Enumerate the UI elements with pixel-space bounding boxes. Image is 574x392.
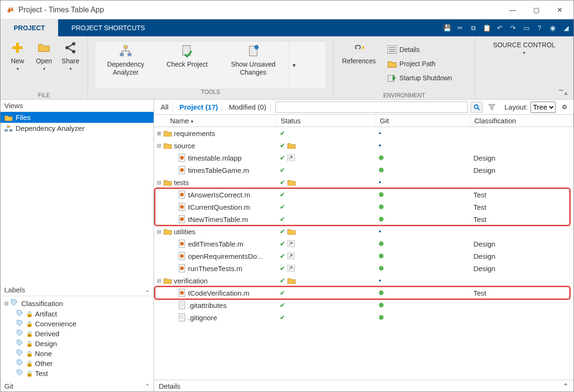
git-header[interactable]: Git⌃ [0,380,154,392]
file-name: tests [174,179,189,187]
file-row[interactable]: .gitignore✔ [154,311,574,324]
collapse-icon[interactable]: ⊟ [3,300,9,307]
svg-point-19 [180,168,184,172]
file-row[interactable]: ⊟source✔ [154,139,574,152]
tools-more-button[interactable]: ▾ [289,42,299,89]
copy-icon[interactable]: ⧉ [468,22,479,34]
check-project-button[interactable]: Check Project [156,42,218,89]
label-test[interactable]: 🔒Test [3,368,151,378]
svg-point-36 [180,291,184,295]
file-row[interactable]: editTimesTable.m✔Design [154,238,574,250]
file-row[interactable]: tAnswerIsCorrect.m✔Test [154,188,574,201]
lock-icon: 🔒 [26,341,33,347]
git-status-icon [379,145,381,146]
label-other[interactable]: 🔒Other [3,358,151,368]
file-row[interactable]: timesTableGame.m✔Design [154,164,574,176]
open-button[interactable]: Open [31,38,57,89]
mfile-icon [178,203,186,211]
layout-select[interactable]: Tree [531,102,556,113]
labels-tree: ⊟ Classification 🔒Artifact🔒Convenience🔒D… [0,296,154,380]
minimize-ribbon-icon[interactable]: ◢ [560,22,572,34]
details-panel[interactable]: Details⌃ [154,380,574,392]
details-icon [387,45,397,54]
file-name: tCodeVerification.m [188,289,249,297]
project-path-button[interactable]: Project Path [387,57,452,70]
help-icon[interactable]: ? [534,22,545,34]
expand-icon[interactable]: ⊟ [156,179,162,186]
expand-icon[interactable]: ⊟ [156,278,162,284]
filter-funnel-icon[interactable] [486,102,498,113]
tab-project-shortcuts[interactable]: PROJECT SHORTCUTS [58,19,158,36]
file-row[interactable]: tNewTimesTable.m✔Test [154,213,574,225]
filter-all[interactable]: All [157,102,173,112]
label-convenience[interactable]: 🔒Convenience [3,319,151,329]
group-env-label: ENVIRONMENT [337,89,471,101]
view-files[interactable]: Files [0,112,154,123]
collapse-ribbon-icon[interactable]: ▔▲ [559,90,569,96]
tab-project[interactable]: PROJECT [0,19,58,36]
filter-modified[interactable]: Modified (0) [225,102,270,112]
folder-icon [163,227,172,236]
col-classification[interactable]: Classification [471,115,574,127]
expand-icon[interactable]: ⊟ [156,229,162,235]
file-row[interactable]: ⊟verification✔ [154,274,574,287]
mfile-icon [178,190,186,199]
mlapp-icon [178,153,186,162]
svg-rect-38 [179,314,185,321]
redo-icon[interactable]: ↷ [507,22,519,34]
gear-icon[interactable]: ⚙ [558,102,571,113]
titlebar: Project - Times Table App — ▢ ✕ [0,0,574,19]
file-name: .gitattributes [188,301,227,309]
label-design[interactable]: 🔒Design [3,339,151,349]
share-button[interactable]: Share [57,38,84,89]
close-button[interactable]: ✕ [548,2,572,17]
file-row[interactable]: ⊟utilities✔ [154,225,574,238]
view-dependency-analyzer[interactable]: Dependency Analyzer [0,123,154,134]
paste-icon[interactable]: 📋 [481,22,492,34]
label-none[interactable]: 🔒None [3,349,151,358]
file-row[interactable]: ⊟tests✔ [154,176,574,188]
label-derived[interactable]: 🔒Derived [3,329,151,339]
labels-header[interactable]: Labels⌄ [0,284,154,296]
filter-project[interactable]: Project (17) [176,102,223,112]
show-unsaved-button[interactable]: Show Unsaved Changes [218,42,289,89]
expand-icon[interactable]: ⊟ [156,143,162,149]
file-row[interactable]: tCurrentQuestion.m✔Test [154,201,574,213]
tag-icon [17,310,24,318]
file-row[interactable]: openRequirementsDo...✔Design [154,250,574,262]
mfile-icon [178,264,186,273]
layout-icon[interactable]: ▭ [521,22,532,34]
chevron-up-icon: ⌃ [563,382,569,391]
gear-dropdown-icon[interactable]: ◉ [547,22,558,34]
file-row[interactable]: .gitattributes✔ [154,299,574,311]
dependency-analyzer-button[interactable]: Dependency Analyzer [95,42,156,89]
file-row[interactable]: runTheseTests.m✔Design [154,262,574,274]
undo-icon[interactable]: ↶ [494,22,505,34]
file-row[interactable]: ⊞requirements✔ [154,127,574,139]
maximize-button[interactable]: ▢ [524,2,548,17]
tag-icon [17,349,24,358]
startup-shutdown-button[interactable]: Startup Shutdown [387,71,452,85]
minimize-button[interactable]: — [501,2,524,17]
file-row[interactable]: timestable.mlapp✔Design [154,152,574,164]
file-name: tAnswerIsCorrect.m [188,191,250,199]
search-input[interactable] [275,102,468,113]
classification-node[interactable]: ⊟ Classification [3,298,151,309]
file-row[interactable]: tCodeVerification.m✔Test [154,287,574,299]
save-icon[interactable]: 💾 [441,22,453,34]
col-name[interactable]: Name▴ [154,115,277,127]
search-button[interactable] [471,102,483,113]
col-status[interactable]: Status [277,115,376,127]
expand-icon[interactable]: ⊞ [156,130,162,136]
svg-rect-31 [287,253,295,259]
references-button[interactable]: References [337,38,381,89]
col-git[interactable]: Git [376,115,471,127]
label-artifact[interactable]: 🔒Artifact [3,309,151,319]
source-control-button[interactable]: SOURCE CONTROL [488,38,560,89]
new-button[interactable]: New [4,38,31,89]
git-status-icon [379,315,384,320]
classification-cell: Design [471,264,574,273]
git-status-icon [379,192,384,197]
details-button[interactable]: Details [387,43,452,56]
cut-icon[interactable]: ✂ [454,22,466,34]
